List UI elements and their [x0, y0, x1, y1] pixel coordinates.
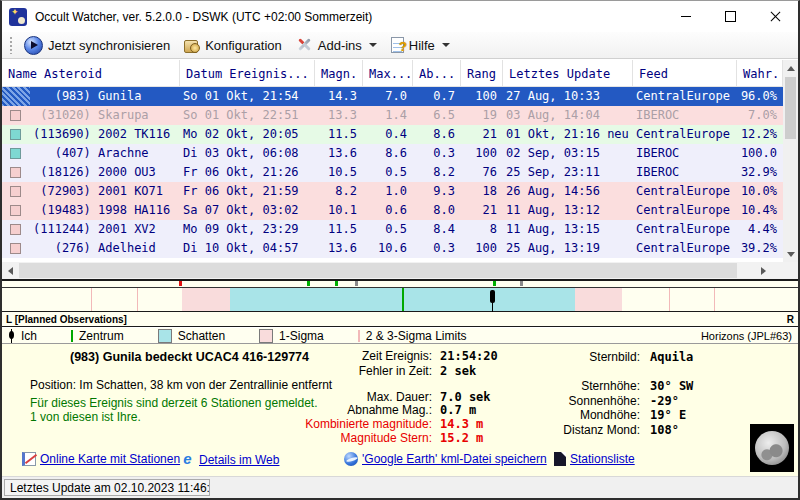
chevron-down-icon	[369, 43, 377, 47]
detail-label: Zeit Ereignis:	[222, 349, 432, 363]
event-detail-panel: (983) Gunila bedeckt UCAC4 416-129774 Po…	[2, 344, 798, 476]
table-row[interactable]: (18126) 2000 OU3Fr 06 Okt, 21:2610.50.58…	[2, 163, 783, 182]
maximize-button[interactable]	[708, 1, 753, 32]
detail-label: Abnahme Mag.:	[222, 403, 432, 417]
row-status-icon	[10, 129, 21, 140]
table-row[interactable]: (31020) SkarupaSo 01 Okt, 22:5113.31.46.…	[2, 106, 783, 125]
cell-max: 0.6	[363, 201, 413, 220]
band-region-sigma	[575, 288, 622, 311]
column-header-magn[interactable]: Magn.	[315, 60, 363, 86]
table-row[interactable]: (983) GunilaSo 01 Okt, 21:5414.37.00.710…	[2, 87, 783, 106]
link-label[interactable]: Details im Web	[199, 453, 279, 467]
toolbar-button-addins[interactable]: Add-ins	[289, 35, 384, 55]
pin-marker-icon	[8, 329, 15, 343]
station-list-icon	[554, 452, 566, 466]
cell-ab: 8.6	[413, 125, 461, 144]
close-icon	[770, 11, 781, 22]
horizontal-scrollbar[interactable]	[2, 262, 798, 279]
vertical-scrollbar-thumb[interactable]	[785, 77, 796, 139]
cell-wahr: 10.4%	[737, 201, 783, 220]
link-label[interactable]: Online Karte mit Stationen	[40, 452, 180, 466]
toolbar-button-config[interactable]: Konfiguration	[177, 36, 289, 55]
table-row[interactable]: (111244) 2001 XV2Mo 09 Okt, 23:2911.50.5…	[2, 220, 783, 239]
minimize-button[interactable]	[663, 1, 708, 32]
table-row[interactable]: (276) AdelheidDi 10 Okt, 04:5713.610.60.…	[2, 239, 783, 258]
column-header-update[interactable]: Letztes Update	[503, 60, 633, 86]
cell-magn: 11.5	[315, 125, 363, 144]
overview-tick	[520, 281, 523, 286]
toolbar-button-label: Jetzt synchronisieren	[48, 38, 170, 53]
cell-magn: 10.5	[315, 163, 363, 182]
row-icon-cell	[2, 201, 30, 220]
detail-label: Fehler in Zeit:	[222, 364, 432, 378]
table-row[interactable]: (407) ArachneDi 03 Okt, 06:0813.68.60.31…	[2, 144, 783, 163]
toolbar-button-help[interactable]: Hilfe	[384, 35, 457, 55]
occultation-path-band	[2, 279, 798, 312]
chevron-left-icon	[8, 267, 13, 275]
chevron-down-icon	[442, 43, 450, 47]
cell-name: (113690) 2002 TK116	[30, 125, 180, 144]
detail-value: -29°	[650, 394, 679, 408]
cell-ab: 8.0	[413, 201, 461, 220]
table-row[interactable]: (19483) 1998 HA116Sa 07 Okt, 03:0210.10.…	[2, 201, 783, 220]
cell-max: 0.5	[363, 163, 413, 182]
column-header-ab[interactable]: Ab...	[413, 60, 461, 86]
chevron-up-icon	[787, 66, 795, 71]
cell-update: 25 Aug, 13:19	[503, 239, 633, 258]
column-header-max[interactable]: Max...	[363, 60, 413, 86]
link-label[interactable]: 'Google Earth' kml-Datei speichern	[362, 452, 547, 466]
cell-update: 03 Aug, 14:04	[503, 106, 633, 125]
link-ie[interactable]: Details im Web	[180, 452, 279, 467]
link-list[interactable]: Stationsliste	[554, 452, 635, 466]
band-left-label: L [Planned Observations]	[6, 314, 127, 324]
row-status-icon	[10, 205, 21, 216]
detail-value: 19° E	[650, 408, 686, 422]
scroll-right-button[interactable]	[755, 262, 772, 279]
detail-label: Kombinierte magnitude:	[222, 417, 432, 431]
center-line	[402, 288, 404, 311]
toolbar-grip[interactable]	[9, 36, 13, 54]
table-body: (983) GunilaSo 01 Okt, 21:5414.37.00.710…	[2, 87, 783, 258]
legend-label: Schatten	[178, 329, 225, 343]
cell-wahr: 7.0%	[737, 106, 783, 125]
cell-update: 01 Okt, 21:16 neu	[503, 125, 633, 144]
cell-feed: CentralEurope	[633, 220, 737, 239]
link-globe[interactable]: 'Google Earth' kml-Datei speichern	[344, 452, 547, 466]
band-region-cream	[2, 288, 182, 311]
vertical-scrollbar[interactable]	[783, 60, 798, 262]
cell-datum: Mo 02 Okt, 20:05	[180, 125, 315, 144]
column-header-rang[interactable]: Rang	[461, 60, 503, 86]
legend-item-pink-line: 2 & 3-Sigma Limits	[358, 329, 467, 343]
cell-magn: 8.2	[315, 182, 363, 201]
globe-icon	[344, 452, 358, 466]
legend-label: 2 & 3-Sigma Limits	[366, 329, 467, 343]
detail-label: Max. Dauer:	[222, 390, 432, 404]
column-header-datum[interactable]: Datum Ereignis...	[180, 60, 315, 86]
table-row[interactable]: (72903) 2001 KO71Fr 06 Okt, 21:598.21.09…	[2, 182, 783, 201]
column-header-name[interactable]: Name Asteroid	[2, 60, 180, 86]
table-row[interactable]: (113690) 2002 TK116Mo 02 Okt, 20:0511.50…	[2, 125, 783, 144]
row-status-icon	[10, 167, 21, 178]
toolbar-button-sync[interactable]: Jetzt synchronisieren	[17, 34, 177, 57]
cell-datum: Di 10 Okt, 04:57	[180, 239, 315, 258]
column-header-feed[interactable]: Feed	[633, 60, 737, 86]
close-button[interactable]	[753, 1, 798, 32]
cell-update: 11 Aug, 13:12	[503, 201, 633, 220]
horizontal-scrollbar-thumb[interactable]	[19, 263, 737, 278]
events-table: Name AsteroidDatum Ereignis...Magn.Max..…	[2, 60, 798, 262]
link-label[interactable]: Stationsliste	[570, 452, 635, 466]
scroll-down-button[interactable]	[783, 246, 798, 262]
chevron-right-icon	[761, 267, 766, 275]
cell-max: 8.6	[363, 144, 413, 163]
cell-ab: 0.3	[413, 239, 461, 258]
cell-wahr: 12.2%	[737, 125, 783, 144]
column-header-wahr[interactable]: Wahr.	[737, 60, 783, 86]
scroll-left-button[interactable]	[2, 262, 19, 279]
scroll-up-button[interactable]	[783, 60, 798, 76]
sigma-limit-line	[714, 288, 715, 311]
cell-ab: 9.3	[413, 182, 461, 201]
help-icon	[391, 37, 404, 53]
cell-wahr: 39.2%	[737, 239, 783, 258]
link-map[interactable]: Online Karte mit Stationen	[22, 452, 180, 466]
cell-rang: 19	[461, 106, 503, 125]
